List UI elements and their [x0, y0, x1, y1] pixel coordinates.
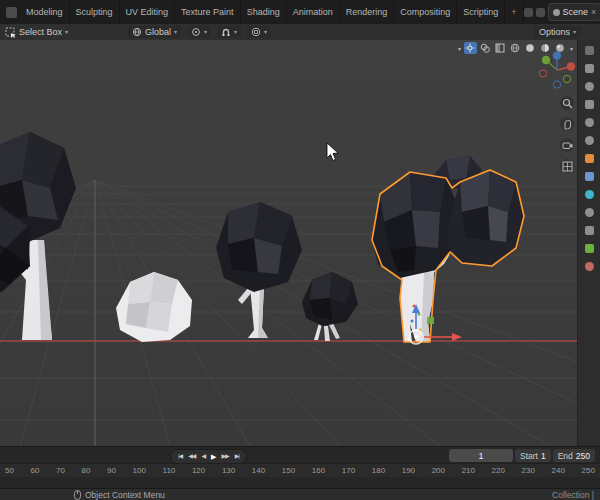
scene-selector[interactable]: Scene × [548, 3, 600, 21]
jump-to-end-button[interactable]: ▶| [232, 450, 242, 463]
camera-icon [562, 140, 573, 151]
tab-render-icon[interactable] [585, 64, 594, 73]
tab-object-icon[interactable] [585, 154, 594, 163]
ruler-tick: 170 [342, 466, 355, 475]
tab-shading[interactable]: Shading [241, 0, 287, 24]
tab-material-icon[interactable] [585, 262, 594, 271]
ruler-tick: 120 [192, 466, 205, 475]
tab-physics-icon[interactable] [585, 208, 594, 217]
options-dropdown[interactable]: Options ▾ [534, 26, 581, 38]
options-label: Options [539, 27, 570, 37]
chevron-down-icon: ▾ [570, 45, 573, 52]
timeline-editor[interactable]: |◀ ◀◀ ◀ ▶ ▶▶ ▶| 1 Start 1 End 250 50 60 … [0, 446, 600, 489]
play-reverse-button[interactable]: ◀ [198, 450, 208, 463]
ruler-tick: 160 [312, 466, 325, 475]
ruler-tick: 230 [522, 466, 535, 475]
tab-particles-icon[interactable] [585, 190, 594, 199]
ruler-tick: 220 [492, 466, 505, 475]
pivot-point-dropdown[interactable]: ▾ [187, 26, 211, 38]
material-sphere-icon [540, 43, 550, 53]
axis-x-handle[interactable] [567, 62, 575, 70]
view-layer-icon[interactable] [536, 8, 545, 17]
snap-toggle[interactable]: ▾ [217, 26, 241, 38]
gizmo-icon [465, 43, 475, 53]
frame-fields: 1 Start 1 End 250 [449, 449, 595, 462]
axis-y-neg-handle[interactable] [563, 75, 570, 82]
ruler-tick: 70 [56, 466, 65, 475]
ruler-tick: 150 [282, 466, 295, 475]
axis-x-neg-handle[interactable] [539, 70, 546, 77]
tab-tool-icon[interactable] [585, 46, 594, 55]
tab-object-data-icon[interactable] [585, 244, 594, 253]
current-frame-field[interactable]: 1 [449, 449, 513, 462]
tab-texture-paint[interactable]: Texture Paint [175, 0, 241, 24]
ruler-tick: 140 [252, 466, 265, 475]
axis-y-handle[interactable] [542, 56, 550, 64]
wireframe-sphere-icon [510, 43, 520, 53]
rendered-shading-button[interactable] [554, 42, 567, 54]
tool-settings-bar: Select Box ▾ Global ▾ ▾ [0, 24, 600, 41]
next-keyframe-button[interactable]: ▶▶ [218, 450, 231, 463]
ruler-tick: 60 [31, 466, 40, 475]
viewport-header-controls: ▾ [457, 42, 574, 54]
tab-compositing[interactable]: Compositing [394, 0, 457, 24]
ruler-tick: 180 [372, 466, 385, 475]
topbar-right: Scene × [524, 3, 600, 21]
timeline-ruler[interactable]: 50 60 70 80 90 100 110 120 130 140 150 1… [0, 463, 600, 477]
orientation-label: Global [145, 27, 171, 37]
wireframe-shading-button[interactable] [509, 42, 522, 54]
scene-name: Scene [563, 7, 589, 17]
viewport-3d[interactable]: ▾ [0, 40, 578, 446]
add-workspace-button[interactable]: + [505, 0, 523, 24]
ruler-tick: 200 [432, 466, 445, 475]
tab-scene-icon[interactable] [585, 118, 594, 127]
tab-view-layer-icon[interactable] [585, 100, 594, 109]
jump-to-start-button[interactable]: |◀ [175, 450, 185, 463]
active-tool-selector[interactable]: Select Box ▾ [5, 27, 68, 38]
tab-modeling[interactable]: Modeling [20, 0, 70, 24]
chevron-down-icon: ▾ [204, 29, 207, 35]
proportional-editing-icon [251, 27, 261, 37]
tab-output-icon[interactable] [585, 82, 594, 91]
proportional-editing-toggle[interactable]: ▾ [247, 26, 271, 38]
toggle-xray-button[interactable] [494, 42, 507, 54]
chevron-down-icon: ▾ [65, 29, 68, 35]
tab-uv-editing[interactable]: UV Editing [120, 0, 176, 24]
pan-button[interactable] [560, 117, 574, 131]
tab-animation[interactable]: Animation [287, 0, 340, 24]
editor-type-icon[interactable] [524, 8, 533, 17]
toggle-orthographic-button[interactable] [560, 159, 574, 173]
show-overlays-button[interactable] [479, 42, 492, 54]
zoom-button[interactable] [560, 96, 574, 110]
ruler-tick: 80 [82, 466, 91, 475]
active-tool-label: Select Box [19, 27, 62, 37]
blender-window: Modeling Sculpting UV Editing Texture Pa… [0, 0, 600, 500]
end-value: 250 [576, 451, 590, 461]
tab-constraints-icon[interactable] [585, 226, 594, 235]
scene-clear-icon[interactable]: × [591, 7, 596, 17]
solid-shading-button[interactable] [524, 42, 537, 54]
overlays-icon [480, 43, 490, 53]
material-preview-button[interactable] [539, 42, 552, 54]
tab-modifiers-icon[interactable] [585, 172, 594, 181]
end-frame-field[interactable]: End 250 [553, 449, 595, 462]
tab-world-icon[interactable] [585, 136, 594, 145]
chevron-down-icon: ▾ [174, 29, 177, 35]
previous-keyframe-button[interactable]: ◀◀ [185, 450, 198, 463]
play-button[interactable]: ▶ [208, 450, 218, 463]
viewport-side-controls [560, 96, 574, 173]
tab-scripting[interactable]: Scripting [457, 0, 505, 24]
tab-rendering[interactable]: Rendering [340, 0, 395, 24]
chevron-down-icon: ▾ [573, 29, 576, 35]
workspace-tabs: Modeling Sculpting UV Editing Texture Pa… [20, 0, 524, 24]
show-gizmos-button[interactable] [464, 42, 477, 54]
tab-sculpting[interactable]: Sculpting [70, 0, 120, 24]
properties-tab-rail [577, 40, 600, 452]
axis-z-neg-handle[interactable] [553, 81, 560, 88]
chevron-down-icon: ▾ [234, 29, 237, 35]
transform-orientation-dropdown[interactable]: Global ▾ [128, 26, 181, 38]
camera-view-button[interactable] [560, 138, 574, 152]
start-frame-field[interactable]: Start 1 [515, 449, 551, 462]
box-select-icon [5, 27, 16, 38]
blender-logo-icon[interactable] [6, 7, 17, 18]
